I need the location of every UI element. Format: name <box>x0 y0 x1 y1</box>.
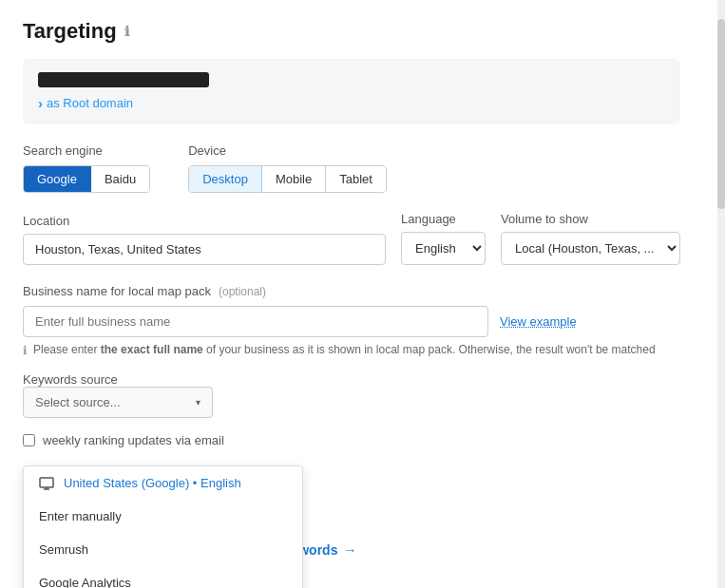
keywords-source-label: Keywords source <box>23 372 680 387</box>
keywords-source-dropdown[interactable]: Select source... ▾ <box>23 387 213 418</box>
google-button[interactable]: Google <box>24 166 91 192</box>
device-label: Device <box>188 143 387 158</box>
volume-select[interactable]: Local (Houston, Texas, ... Global <box>501 232 680 265</box>
continue-arrow-icon: → <box>343 542 356 558</box>
domain-redacted <box>38 72 209 87</box>
keywords-source-menu: United States (Google) • English Enter m… <box>23 465 303 588</box>
dropdown-item-google-analytics-label: Google Analytics <box>39 576 131 588</box>
location-input[interactable] <box>23 234 386 265</box>
dropdown-item-manual[interactable]: Enter manually <box>24 500 302 533</box>
dropdown-item-google-analytics[interactable]: Google Analytics <box>24 566 302 588</box>
language-select[interactable]: English Spanish <box>401 232 486 265</box>
business-name-input[interactable] <box>23 306 488 337</box>
tablet-button[interactable]: Tablet <box>326 166 386 192</box>
dropdown-arrow-icon: ▾ <box>196 397 200 408</box>
svg-rect-0 <box>40 478 53 487</box>
scrollbar-thumb[interactable] <box>717 19 725 209</box>
page-title: Targeting <box>23 19 117 44</box>
dropdown-item-us-google[interactable]: United States (Google) • English <box>24 466 302 500</box>
email-label: weekly ranking updates via email <box>43 433 224 447</box>
keywords-source-section: Keywords source Select source... ▾ <box>23 372 680 418</box>
location-label: Location <box>23 214 386 228</box>
email-checkbox[interactable] <box>23 434 35 446</box>
dropdown-item-us-google-label: United States (Google) • English <box>64 476 241 490</box>
search-engine-buttons: Google Baidu <box>23 165 150 193</box>
search-engine-label: Search engine <box>23 143 150 158</box>
dropdown-item-manual-label: Enter manually <box>39 509 122 523</box>
business-name-label: Business name for local map pack <box>23 284 211 298</box>
language-label: Language <box>401 212 486 226</box>
hint-icon: ℹ <box>23 344 28 357</box>
dropdown-item-semrush[interactable]: Semrush <box>24 533 302 566</box>
device-group: Device Desktop Mobile Tablet <box>188 143 387 193</box>
optional-tag: (optional) <box>219 285 266 298</box>
mobile-button[interactable]: Mobile <box>262 166 326 192</box>
desktop-button[interactable]: Desktop <box>189 166 262 192</box>
view-example-link[interactable]: View example <box>500 314 577 329</box>
business-hint: ℹ Please enter the exact full name of yo… <box>23 343 680 357</box>
keywords-source-placeholder: Select source... <box>35 395 121 409</box>
email-checkbox-row: weekly ranking updates via email <box>23 433 680 447</box>
info-icon[interactable]: ℹ <box>124 24 129 39</box>
root-domain-link[interactable]: as Root domain <box>38 95 665 111</box>
domain-box: as Root domain <box>23 59 680 124</box>
search-engine-group: Search engine Google Baidu <box>23 143 150 193</box>
volume-group: Volume to show Local (Houston, Texas, ..… <box>501 212 680 265</box>
baidu-button[interactable]: Baidu <box>91 166 149 192</box>
device-buttons: Desktop Mobile Tablet <box>188 165 387 193</box>
monitor-icon <box>39 477 54 490</box>
language-group: Language English Spanish <box>401 212 486 265</box>
volume-label: Volume to show <box>501 212 680 226</box>
dropdown-item-semrush-label: Semrush <box>39 542 88 557</box>
business-name-section: Business name for local map pack (option… <box>23 284 680 357</box>
scrollbar[interactable] <box>717 0 725 588</box>
hint-text-content: Please enter the exact full name of your… <box>33 343 656 356</box>
location-group: Location <box>23 214 386 265</box>
